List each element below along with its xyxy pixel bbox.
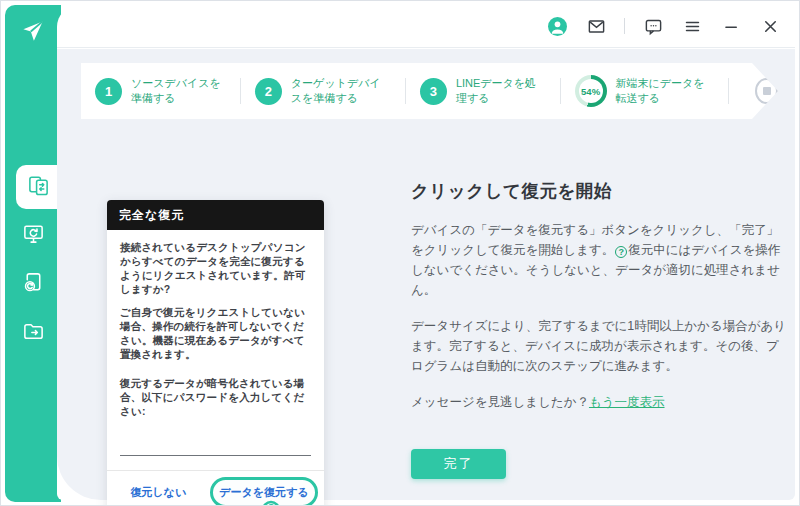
device-transfer-icon [27, 174, 50, 201]
instructions-panel: クリックして復元を開始 デバイスの「データを復元する」ボタンをクリックし、「完了… [411, 179, 787, 479]
info-icon: ? [615, 246, 627, 258]
close-icon[interactable] [759, 15, 781, 37]
sidebar-item-backup-restore[interactable] [5, 261, 61, 307]
stop-icon[interactable] [755, 78, 778, 104]
step-4-label: 新端末にデータを転送する [616, 76, 715, 105]
page-title: クリックして復元を開始 [411, 179, 787, 203]
step-divider [405, 78, 406, 104]
sidebar [5, 5, 61, 502]
dialog-title: 完全な復元 [107, 200, 324, 230]
dialog-paragraph-1: 接続されているデスクトップパソコンからすべてのデータを完全に復元するようにリクエ… [120, 240, 311, 296]
app-window: 1 ソースデバイスを準備する 2 ターゲットデバイスを準備する 3 LINEデー… [0, 0, 800, 506]
missed-message-row: メッセージを見逃しましたか？もう一度表示 [411, 392, 787, 412]
step-1-label: ソースデバイスを準備する [131, 76, 226, 105]
step-4: 54% 新端末にデータを転送する [575, 75, 715, 107]
sidebar-item-export[interactable] [5, 310, 61, 356]
show-again-link[interactable]: もう一度表示 [589, 395, 665, 409]
minimize-icon[interactable] [720, 15, 742, 37]
menu-icon[interactable] [681, 15, 703, 37]
dialog-paragraph-2: ご自身で復元をリクエストしていない場合、操作の続行を許可しないでください。機器に… [120, 305, 311, 361]
mail-icon[interactable] [585, 15, 607, 37]
instruction-paragraph-2: データサイズにより、完了するまでに1時間以上かかる場合があります。完了すると、デ… [411, 316, 787, 376]
step-2: 2 ターゲットデバイスを準備する [255, 76, 391, 105]
step-divider [240, 78, 241, 104]
topbar-divider [624, 18, 625, 34]
dialog-body: 接続されているデスクトップパソコンからすべてのデータを完全に復元するようにリクエ… [107, 230, 324, 456]
computer-sync-icon [22, 222, 45, 249]
step-progress-percent: 54% [579, 79, 603, 103]
sidebar-item-device-transfer[interactable] [16, 165, 61, 209]
app-logo-icon [19, 17, 47, 45]
content-card: 1 ソースデバイスを準備する 2 ターゲットデバイスを準備する 3 LINEデー… [57, 5, 795, 500]
step-1: 1 ソースデバイスを準備する [95, 76, 226, 105]
step-3-label: LINEデータを処理する [456, 76, 546, 105]
dialog-paragraph-3: 復元するデータが暗号化されている場合、以下にパスワードを入力してください: [120, 376, 311, 418]
step-divider [728, 78, 729, 104]
dont-restore-button[interactable]: 復元しない [107, 485, 210, 500]
password-input[interactable] [120, 438, 311, 456]
step-3: 3 LINEデータを処理する [420, 76, 546, 105]
done-button[interactable]: 完了 [411, 449, 506, 479]
step-2-number: 2 [255, 78, 282, 105]
sidebar-nav [5, 165, 61, 359]
step-1-number: 1 [95, 78, 122, 105]
step-progress-ring: 54% [575, 75, 607, 107]
device-restore-dialog: 完全な復元 接続されているデスクトップパソコンからすべてのデータを完全に復元する… [107, 200, 324, 506]
main-area: 1 ソースデバイスを準備する 2 ターゲットデバイスを準備する 3 LINEデー… [57, 49, 795, 500]
instruction-paragraph-1: デバイスの「データを復元する」ボタンをクリックし、「完了」をクリックして復元を開… [411, 220, 787, 300]
pointing-hand-icon [255, 500, 293, 506]
export-icon [22, 320, 45, 347]
step-3-number: 3 [420, 78, 447, 105]
account-icon[interactable] [546, 15, 568, 37]
step-divider [560, 78, 561, 104]
step-2-label: ターゲットデバイスを準備する [291, 76, 391, 105]
chat-icon[interactable] [642, 15, 664, 37]
step-progress-bar: 1 ソースデバイスを準備する 2 ターゲットデバイスを準備する 3 LINEデー… [81, 63, 778, 119]
topbar [57, 5, 795, 48]
backup-restore-icon [22, 271, 45, 298]
sidebar-item-computer-sync[interactable] [5, 212, 61, 258]
